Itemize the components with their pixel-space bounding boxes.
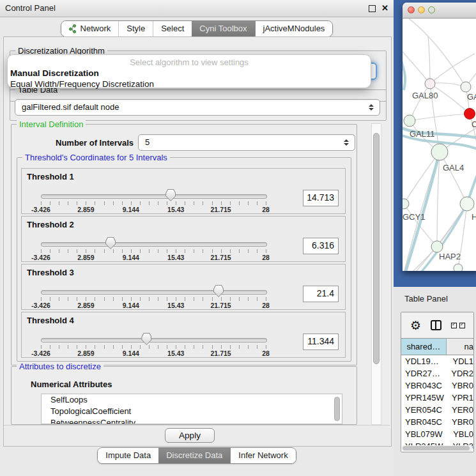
table-row[interactable]: YDR27…YDR2	[401, 367, 473, 380]
checkbox-icon[interactable]	[459, 323, 465, 328]
settings-scrollbar-thumb[interactable]	[373, 133, 380, 364]
threshold-4-value-field[interactable]: 11.344	[303, 334, 339, 350]
list-item[interactable]: SelfLoops	[42, 394, 342, 406]
network-node-gal11[interactable]	[404, 115, 415, 127]
node-label: GCY1	[403, 212, 425, 222]
interval-definition-title: Interval Definition	[17, 119, 86, 129]
network-node-gcy1[interactable]	[403, 199, 409, 209]
threshold-4-slider[interactable]: -3.4262.8599.14415.4321.71528	[41, 332, 267, 357]
threshold-1-slider[interactable]: -3.4262.8599.14415.4321.71528	[41, 188, 267, 213]
algorithm-popup-hint: Select algorithm to view settings	[8, 57, 371, 68]
attributes-group-title: Attributes to discretize	[17, 362, 104, 371]
table-horizontal-scrollbar[interactable]	[402, 445, 473, 451]
network-node-gal4[interactable]	[431, 144, 448, 160]
apply-row: Apply	[4, 425, 390, 445]
network-node[interactable]	[461, 82, 471, 92]
network-node-gal80[interactable]	[425, 79, 435, 89]
mac-minimize-icon[interactable]	[418, 6, 425, 13]
table-panel-title: Table Panel	[404, 294, 448, 303]
network-node-h[interactable]	[460, 197, 474, 211]
tab-impute-data[interactable]: Impute Data	[98, 448, 158, 463]
node-label: C	[472, 119, 476, 129]
table-data-group: Table Data galFiltered.sif default node	[10, 89, 387, 121]
threshold-row-1: Threshold 1 -3.4262.8599.14415.4321.7152…	[21, 168, 346, 214]
column-header-name[interactable]: na	[447, 339, 473, 355]
network-graph: GAL80 GA GAL11 C GAL4 GCY1 H HAP2	[403, 19, 476, 271]
threshold-1-value-field[interactable]: 14.713	[303, 190, 339, 206]
slider-thumb[interactable]	[165, 189, 176, 201]
table-data-combo[interactable]: galFiltered.sif default node	[15, 99, 380, 116]
slider-track[interactable]	[41, 290, 267, 295]
tab-discretize-data[interactable]: Discretize Data	[158, 448, 230, 463]
table-row[interactable]: YBR045CYBR0	[401, 416, 473, 428]
list-scrollbar-thumb[interactable]	[334, 397, 340, 421]
numerical-attributes-label: Numerical Attributes	[31, 380, 112, 389]
slider-track[interactable]	[41, 242, 267, 247]
slider-thumb[interactable]	[213, 285, 224, 297]
thresholds-group-title: Threshold's Coordinates for 5 Intervals	[22, 153, 170, 162]
threshold-3-value-field[interactable]: 21.4	[303, 286, 339, 302]
gear-icon[interactable]: ⚙	[410, 319, 421, 332]
float-window-icon[interactable]	[369, 5, 376, 12]
tab-group: Network Style Select Cyni Toolbox jActiv…	[61, 20, 334, 37]
list-item[interactable]: TopologicalCoefficient	[42, 406, 342, 417]
slider-scale-labels: -3.4262.8599.14415.4321.71528	[41, 349, 266, 358]
top-tabbar: Network Style Select Cyni Toolbox jActiv…	[0, 20, 394, 37]
tab-network[interactable]: Network	[61, 21, 119, 36]
slider-ticks	[41, 297, 266, 301]
table-row[interactable]: YPR145WYPR1	[401, 392, 473, 404]
threshold-2-value-field[interactable]: 6.316	[303, 238, 339, 254]
thresholds-group: Threshold's Coordinates for 5 Intervals …	[17, 157, 351, 362]
tab-select[interactable]: Select	[153, 21, 192, 36]
threshold-3-label: Threshold 3	[27, 268, 74, 277]
mac-zoom-icon[interactable]	[428, 6, 435, 13]
node-label: H	[472, 212, 476, 222]
slider-thumb[interactable]	[105, 237, 116, 249]
threshold-row-3: Threshold 3 -3.4262.8599.14415.4321.7152…	[21, 264, 346, 310]
tab-cyni-toolbox[interactable]: Cyni Toolbox	[192, 21, 254, 36]
bottom-tabbar: Impute Data Discretize Data Infer Networ…	[0, 447, 394, 464]
slider-ticks	[41, 249, 266, 253]
table-row[interactable]: YBL079WYBL0	[401, 428, 473, 440]
interval-definition-group: Interval Definition Number of Intervals …	[11, 124, 357, 365]
network-node-selected-red[interactable]	[464, 109, 475, 119]
network-node-hap2[interactable]	[431, 241, 443, 252]
tab-network-label: Network	[81, 21, 111, 36]
slider-scale-labels: -3.4262.8599.14415.4321.71528	[41, 254, 266, 262]
table-toolbar: ⚙	[401, 312, 473, 338]
network-node[interactable]	[454, 264, 463, 271]
algorithm-option-manual[interactable]: Manual Discretization	[8, 68, 371, 79]
table-panel: Table Panel ⚙ shared… na YDL19…YDL1 YDR2…	[394, 287, 476, 476]
slider-ticks	[41, 201, 266, 205]
split-columns-icon[interactable]	[431, 320, 441, 330]
slider-track[interactable]	[41, 338, 267, 342]
bottom-tab-group: Impute Data Discretize Data Infer Networ…	[97, 447, 296, 464]
slider-thumb[interactable]	[141, 333, 151, 345]
algorithm-option-equal-width[interactable]: Equal Width/Frequency Discretization	[8, 79, 371, 89]
tab-infer-network[interactable]: Infer Network	[230, 448, 295, 463]
num-intervals-combo[interactable]: 5	[138, 134, 355, 151]
chevron-updown-icon	[369, 100, 374, 115]
network-canvas[interactable]: GAL80 GA GAL11 C GAL4 GCY1 H HAP2	[403, 19, 476, 271]
threshold-2-slider[interactable]: -3.4262.8599.14415.4321.71528	[41, 236, 267, 261]
threshold-1-label: Threshold 1	[27, 172, 74, 181]
tab-style[interactable]: Style	[118, 21, 153, 36]
table-hscrollbar-thumb[interactable]	[403, 446, 470, 450]
threshold-3-slider[interactable]: -3.4262.8599.14415.4321.71528	[41, 284, 267, 309]
list-item[interactable]: BetweennessCentrality	[42, 417, 342, 424]
tab-jactivemnodules[interactable]: jActiveMNodules	[255, 21, 333, 36]
table-body: YDL19…YDL1 YDR27…YDR2 YBR043CYBR0 YPR145…	[401, 355, 473, 452]
slider-scale-labels: -3.4262.8599.14415.4321.71528	[41, 206, 266, 214]
checkbox-icon[interactable]	[451, 323, 457, 328]
slider-track[interactable]	[41, 194, 267, 199]
node-label: HAP2	[439, 252, 461, 261]
settings-scrollbar[interactable]	[371, 123, 381, 425]
close-icon[interactable]: ✕	[381, 0, 388, 17]
column-header-shared-name[interactable]: shared…	[401, 339, 447, 355]
apply-button[interactable]: Apply	[165, 428, 215, 443]
table-row[interactable]: YDL19…YDL1	[401, 355, 473, 367]
table-row[interactable]: YER054CYER0	[401, 404, 473, 416]
table-row[interactable]: YBR043CYBR0	[401, 380, 473, 392]
mac-close-icon[interactable]	[408, 6, 415, 13]
algorithm-dropdown-popup: Select algorithm to view settings Manual…	[7, 54, 371, 88]
